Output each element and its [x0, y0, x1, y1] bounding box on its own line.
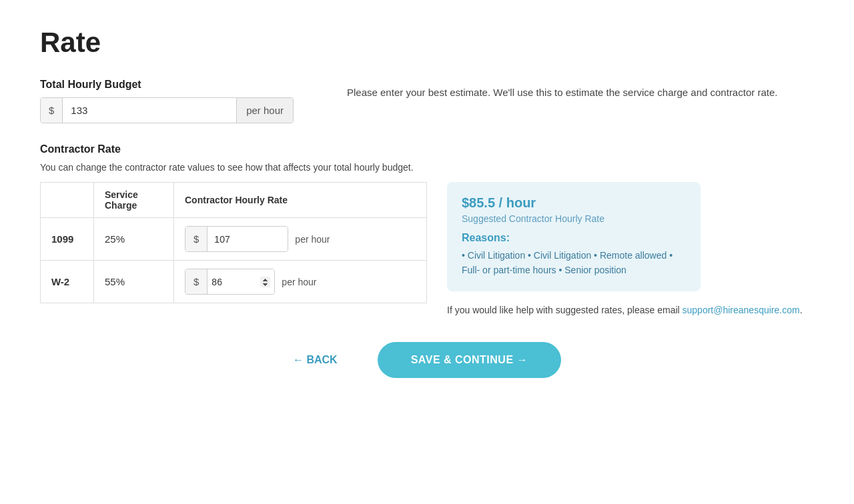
- reasons-text: • Civil Litigation • Civil Litigation • …: [462, 248, 686, 278]
- help-text-after: .: [800, 305, 803, 315]
- dollar-prefix-1099: $: [185, 227, 207, 251]
- total-hourly-budget-field[interactable]: $ per hour: [40, 97, 294, 123]
- per-hour-suffix: per hour: [236, 98, 293, 123]
- col-type: [41, 183, 94, 218]
- footer-buttons: ← BACK SAVE & CONTINUE →: [40, 342, 814, 378]
- suggestion-box: $85.5 / hour Suggested Contractor Hourly…: [447, 182, 701, 291]
- contractor-rate-table: ServiceCharge Contractor Hourly Rate 109…: [40, 182, 427, 303]
- help-text-before: If you would like help with suggested ra…: [447, 305, 683, 315]
- row-type-w2: W-2: [41, 261, 94, 303]
- suggested-rate-subtitle: Suggested Contractor Hourly Rate: [462, 213, 686, 224]
- back-button[interactable]: ← BACK: [293, 354, 338, 366]
- row-type-1099: 1099: [41, 218, 94, 261]
- dollar-prefix-w2: $: [185, 269, 207, 294]
- dollar-prefix: $: [41, 98, 63, 123]
- page-title: Rate: [40, 27, 814, 59]
- table-row: W-2 55% $ per hour: [41, 261, 427, 303]
- row-charge-w2: 55%: [94, 261, 174, 303]
- support-email-link[interactable]: support@hireanesquire.com: [683, 305, 800, 315]
- col-service-charge: ServiceCharge: [94, 183, 174, 218]
- row-charge-1099: 25%: [94, 218, 174, 261]
- budget-description: Please enter your best estimate. We'll u…: [347, 85, 814, 101]
- contractor-rate-sublabel: You can change the contractor rate value…: [40, 162, 814, 173]
- save-continue-button[interactable]: SAVE & CONTINUE →: [378, 342, 561, 378]
- per-hour-w2: per hour: [282, 277, 316, 287]
- total-hourly-budget-label: Total Hourly Budget: [40, 79, 294, 91]
- per-hour-1099: per hour: [295, 234, 330, 245]
- right-panel: $85.5 / hour Suggested Contractor Hourly…: [447, 182, 803, 315]
- row-rate-w2[interactable]: $ per hour: [174, 261, 427, 303]
- reasons-label: Reasons:: [462, 232, 686, 244]
- help-text: If you would like help with suggested ra…: [447, 305, 803, 315]
- row-rate-1099[interactable]: $ per hour: [174, 218, 427, 261]
- rate-input-1099[interactable]: [207, 227, 288, 251]
- suggested-rate: $85.5 / hour: [462, 195, 686, 211]
- table-row: 1099 25% $ per hour: [41, 218, 427, 261]
- col-contractor-rate: Contractor Hourly Rate: [174, 183, 427, 218]
- budget-input[interactable]: [63, 98, 236, 123]
- contractor-rate-label: Contractor Rate: [40, 143, 814, 155]
- rate-input-w2[interactable]: [207, 269, 274, 294]
